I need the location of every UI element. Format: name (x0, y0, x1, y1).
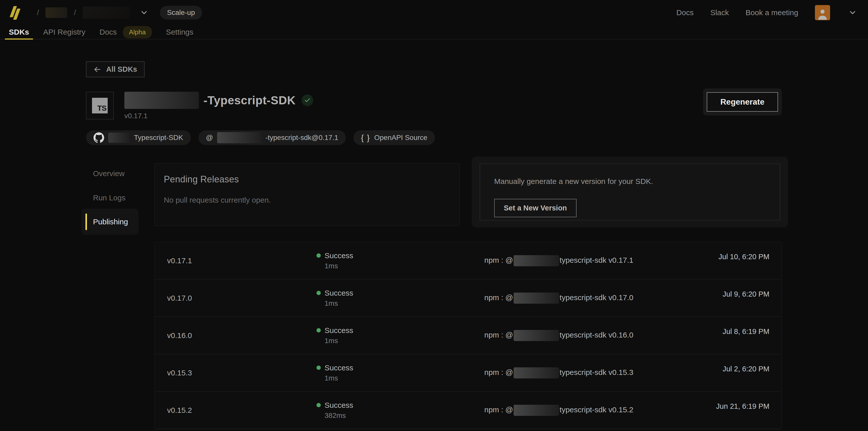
release-version: v0.17.0 (155, 294, 306, 302)
releases-table: v0.17.1 Success 1ms npm : @typescript-sd… (154, 242, 782, 429)
release-target: npm : @typescript-sdk v0.17.0 (478, 293, 640, 304)
release-date: Jul 2, 6:20 PM (640, 354, 781, 373)
sdk-name: -Typescript-SDK (204, 94, 296, 107)
pending-releases-card: Pending Releases No pull requests curren… (154, 163, 460, 226)
redacted-block (514, 330, 559, 341)
release-date: Jul 10, 6:20 PM (640, 242, 781, 261)
typescript-logo-icon: TS (86, 92, 114, 120)
avatar[interactable] (815, 5, 830, 20)
redacted-block (514, 405, 559, 416)
breadcrumb-separator: / (37, 8, 39, 17)
release-status: Success 1ms (306, 364, 478, 382)
status-duration: 382ms (324, 411, 478, 420)
account-chevron-down-icon[interactable] (848, 8, 857, 17)
table-row[interactable]: v0.15.2 Success 382ms npm : @typescript-… (155, 392, 781, 429)
redacted-block (514, 367, 559, 378)
plan-badge: Scale-up (160, 6, 202, 20)
sidebar-item-publishing[interactable]: Publishing (82, 209, 138, 235)
table-row[interactable]: v0.17.0 Success 1ms npm : @typescript-sd… (155, 279, 781, 317)
verified-check-icon (302, 95, 313, 106)
tab-settings[interactable]: Settings (166, 25, 193, 39)
release-date: Jun 21, 6:19 PM (640, 392, 781, 410)
sdk-version: v0.17.1 (124, 112, 313, 120)
redacted-workspace-name (83, 7, 130, 19)
new-version-card: Manually generate a new version for your… (472, 157, 788, 227)
release-version: v0.15.2 (155, 406, 306, 415)
release-version: v0.16.0 (155, 331, 306, 340)
pending-releases-title: Pending Releases (164, 174, 450, 185)
success-dot-icon (316, 254, 321, 258)
set-new-version-button[interactable]: Set a New Version (494, 199, 577, 217)
table-row[interactable]: v0.15.3 Success 1ms npm : @typescript-sd… (155, 354, 781, 392)
status-label: Success (324, 364, 353, 372)
nav-link-docs[interactable]: Docs (676, 8, 693, 17)
person-icon (816, 7, 829, 20)
breadcrumb-separator: / (74, 8, 76, 17)
pending-releases-empty-message: No pull requests currently open. (164, 196, 450, 204)
redacted-block (217, 132, 261, 143)
success-dot-icon (316, 366, 321, 370)
sdk-header: TS -Typescript-SDK v0.17.1 (86, 92, 313, 120)
redacted-block (108, 133, 130, 143)
tab-docs[interactable]: Docs Alpha (100, 25, 152, 39)
sdk-badges: Typescript-SDK @ -typescript-sdk@0.17.1 … (86, 130, 435, 145)
redacted-block (514, 255, 559, 266)
redacted-sdk-name-prefix (124, 92, 199, 109)
github-repo-badge[interactable]: Typescript-SDK (86, 130, 191, 145)
app-root: / / Scale-up Docs Slack Book a meeting (0, 0, 868, 431)
regenerate-wrap: Regenerate (703, 89, 782, 115)
all-sdks-back-button[interactable]: All SDKs (86, 61, 145, 77)
brand-logo-icon[interactable] (11, 6, 20, 19)
regenerate-button[interactable]: Regenerate (707, 92, 778, 112)
release-date: Jul 8, 6:19 PM (640, 317, 781, 336)
release-version: v0.17.1 (155, 257, 306, 265)
success-dot-icon (316, 291, 321, 295)
arrow-left-icon (94, 66, 101, 73)
github-icon (94, 132, 104, 143)
table-row[interactable]: v0.16.0 Success 1ms npm : @typescript-sd… (155, 317, 781, 354)
tab-sdks[interactable]: SDKs (9, 25, 29, 39)
top-nav-right: Docs Slack Book a meeting (676, 5, 857, 20)
status-duration: 1ms (324, 337, 478, 345)
redacted-block (514, 293, 559, 304)
release-status: Success 1ms (306, 252, 478, 270)
table-row[interactable]: v0.17.1 Success 1ms npm : @typescript-sd… (155, 242, 781, 279)
tab-api-registry[interactable]: API Registry (43, 25, 86, 39)
status-duration: 1ms (324, 262, 478, 270)
status-label: Success (324, 326, 353, 335)
nav-link-book-meeting[interactable]: Book a meeting (746, 8, 798, 17)
primary-tabbar: SDKs API Registry Docs Alpha Settings (0, 25, 868, 39)
active-indicator-bar (86, 213, 87, 230)
status-label: Success (324, 252, 353, 260)
new-version-description: Manually generate a new version for your… (494, 177, 766, 186)
status-label: Success (324, 401, 353, 409)
status-label: Success (324, 289, 353, 297)
release-status: Success 382ms (306, 401, 478, 420)
release-version: v0.15.3 (155, 369, 306, 377)
release-target: npm : @typescript-sdk v0.15.3 (478, 367, 640, 378)
workspace-chevron-down-icon[interactable] (140, 8, 148, 17)
status-duration: 1ms (324, 299, 478, 307)
release-status: Success 1ms (306, 289, 478, 307)
alpha-badge: Alpha (123, 26, 152, 38)
release-date: Jul 9, 6:20 PM (640, 279, 781, 298)
braces-icon: { } (361, 133, 370, 142)
status-duration: 1ms (324, 374, 478, 382)
sidebar-item-overview[interactable]: Overview (93, 169, 125, 178)
redacted-org-name (45, 7, 67, 18)
nav-link-slack[interactable]: Slack (710, 8, 729, 17)
release-target: npm : @typescript-sdk v0.17.1 (478, 255, 640, 266)
release-target: npm : @typescript-sdk v0.15.2 (478, 405, 640, 416)
success-dot-icon (316, 328, 321, 332)
sidebar-item-run-logs[interactable]: Run Logs (93, 194, 125, 202)
openapi-source-badge[interactable]: { } OpenAPI Source (353, 130, 435, 145)
release-status: Success 1ms (306, 326, 478, 345)
success-dot-icon (316, 403, 321, 407)
release-target: npm : @typescript-sdk v0.16.0 (478, 330, 640, 341)
top-nav: / / Scale-up Docs Slack Book a meeting (0, 0, 868, 25)
npm-package-badge[interactable]: @ -typescript-sdk@0.17.1 (198, 130, 346, 145)
